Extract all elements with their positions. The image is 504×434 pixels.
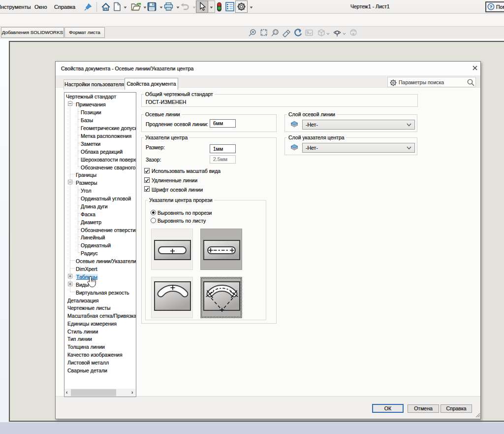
- svg-text:?: ?: [490, 4, 493, 9]
